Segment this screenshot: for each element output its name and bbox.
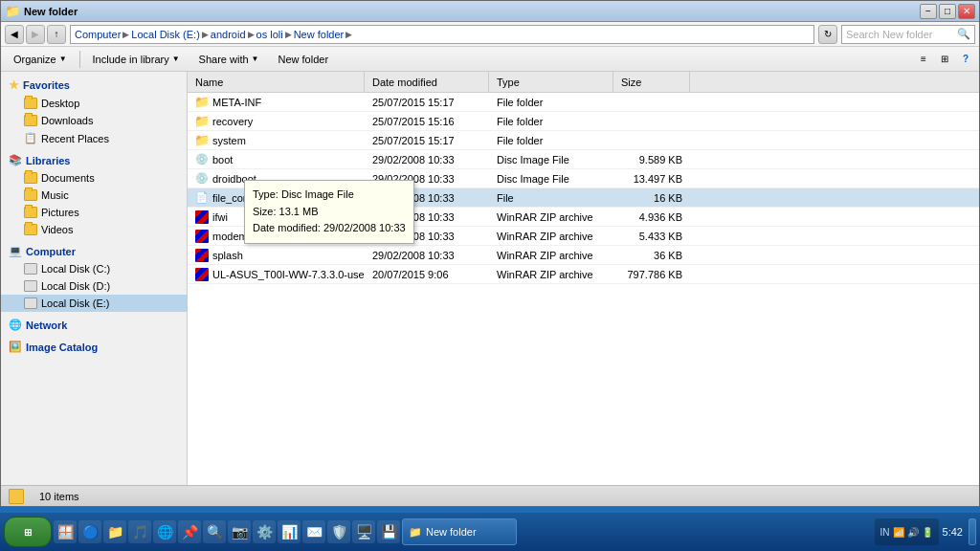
taskbar-file-explorer-launch[interactable]: 📁 [103, 520, 126, 543]
table-row[interactable]: UL-ASUS_T00I-WW-7.3.3.0-user 20/07/2015 … [188, 265, 979, 284]
clock-time: 5:42 [943, 525, 963, 539]
tooltip-date-value: 29/02/2008 10:33 [323, 222, 406, 233]
table-row[interactable]: 📁 system 25/07/2015 15:17 File folder [188, 131, 979, 150]
table-row[interactable]: 📁 META-INF 25/07/2015 15:17 File folder [188, 93, 979, 112]
refresh-button[interactable]: ↻ [818, 25, 837, 44]
file-name: splash [188, 249, 365, 262]
sidebar-item-e-drive[interactable]: Local Disk (E:) [1, 295, 187, 312]
view-details-button[interactable]: ≡ [914, 50, 933, 69]
back-button[interactable]: ◀ [5, 25, 24, 44]
taskbar-internet-explorer[interactable]: 🔵 [78, 520, 101, 543]
col-size-header[interactable]: Size [613, 72, 690, 92]
sidebar-item-downloads[interactable]: Downloads [1, 112, 187, 129]
path-new-folder[interactable]: New folder [294, 29, 345, 40]
search-box[interactable]: Search New folder 🔍 [841, 25, 975, 44]
file-name: 📁 recovery [188, 115, 365, 128]
col-name-label: Name [195, 77, 223, 88]
sidebar-item-d-drive[interactable]: Local Disk (D:) [1, 277, 187, 295]
libraries-icon: 📚 [9, 154, 22, 166]
help-button[interactable]: ? [956, 50, 975, 69]
include-library-button[interactable]: Include in library ▼ [84, 49, 189, 70]
sidebar-header-network[interactable]: 🌐 Network [1, 316, 187, 334]
search-icon[interactable]: 🔍 [957, 28, 970, 40]
taskbar-task-label: New folder [426, 526, 477, 538]
path-arrow-3: ▶ [248, 30, 255, 39]
file-size: 4.936 KB [613, 211, 690, 223]
close-button[interactable]: ✕ [958, 4, 975, 19]
share-label: Share with [199, 54, 249, 65]
c-drive-icon [24, 263, 37, 275]
taskbar-icon-9[interactable]: ✉️ [302, 520, 325, 543]
disc-icon: 💿 [195, 153, 209, 166]
zip-icon [195, 268, 209, 281]
forward-button[interactable]: ▶ [26, 25, 45, 44]
sidebar-item-recent[interactable]: 📋 Recent Places [1, 129, 187, 147]
volume-tray-icon: 🔊 [907, 527, 919, 538]
maximize-button[interactable]: □ [939, 4, 956, 19]
file-type: WinRAR ZIP archive [489, 269, 613, 280]
share-chevron: ▼ [252, 55, 259, 63]
taskbar-icon-11[interactable]: 🖥️ [352, 520, 375, 543]
organize-button[interactable]: Organize ▼ [5, 49, 76, 70]
path-android[interactable]: android [211, 29, 246, 40]
sidebar-header-image-catalog[interactable]: 🖼️ Image Catalog [1, 338, 187, 356]
sidebar-item-documents[interactable]: Documents [1, 169, 187, 187]
libraries-label: Libraries [26, 155, 70, 166]
taskbar-icon-5[interactable]: 🔍 [203, 520, 226, 543]
table-row[interactable]: splash 29/02/2008 10:33 WinRAR ZIP archi… [188, 246, 979, 265]
computer-icon: 💻 [9, 245, 22, 257]
address-path[interactable]: Computer ▶ Local Disk (E:) ▶ android ▶ o… [70, 25, 814, 44]
share-with-button[interactable]: Share with ▼ [190, 49, 268, 70]
sidebar-item-music[interactable]: Music [1, 187, 187, 204]
taskbar-explorer-task[interactable]: 📁 New folder [402, 518, 517, 545]
sidebar-header-favorites[interactable]: ★ Favorites [1, 76, 187, 95]
view-tiles-button[interactable]: ⊞ [935, 50, 954, 69]
path-os-loli[interactable]: os loli [256, 29, 283, 40]
explorer-window: 📁 New folder − □ ✕ ◀ ▶ ↑ Computer ▶ Loca… [0, 0, 980, 507]
e-drive-label: Local Disk (E:) [41, 298, 110, 309]
taskbar-icon-12[interactable]: 💾 [377, 520, 400, 543]
file-list-header: Name Date modified Type Size [188, 72, 979, 93]
sidebar-item-videos[interactable]: Videos [1, 221, 187, 238]
file-tooltip: Type: Disc Image File Size: 13.1 MB Date… [244, 180, 414, 244]
file-size: 13.497 KB [613, 173, 690, 185]
taskbar-clock[interactable]: 5:42 [943, 525, 963, 539]
music-folder-icon [24, 189, 37, 201]
taskbar-media-player[interactable]: 🎵 [128, 520, 151, 543]
disc-icon: 💿 [195, 172, 209, 186]
sidebar-item-c-drive[interactable]: Local Disk (C:) [1, 260, 187, 277]
taskbar-icon-8[interactable]: 📊 [278, 520, 301, 543]
path-localdisk-e[interactable]: Local Disk (E:) [131, 29, 200, 40]
taskbar-icon-10[interactable]: 🛡️ [327, 520, 350, 543]
taskbar-icon-4[interactable]: 📌 [178, 520, 201, 543]
file-date: 20/07/2015 9:06 [365, 269, 489, 280]
taskbar-icon-6[interactable]: 📷 [228, 520, 251, 543]
sidebar-header-computer[interactable]: 💻 Computer [1, 242, 187, 260]
taskbar-show-desktop[interactable]: 🪟 [54, 520, 77, 543]
up-button[interactable]: ↑ [47, 25, 66, 44]
new-folder-button[interactable]: New folder [269, 49, 337, 70]
col-date-header[interactable]: Date modified [365, 72, 489, 92]
sidebar-item-pictures[interactable]: Pictures [1, 204, 187, 221]
folder-icon: 📁 [195, 134, 209, 147]
window-controls: − □ ✕ [920, 4, 975, 19]
table-row[interactable]: 💿 boot 29/02/2008 10:33 Disc Image File … [188, 150, 979, 169]
status-count: 10 items [39, 491, 79, 502]
taskbar-icon-3[interactable]: 🌐 [153, 520, 176, 543]
sidebar-item-desktop[interactable]: Desktop [1, 95, 187, 112]
downloads-folder-icon [24, 115, 37, 126]
file-date: 25/07/2015 15:17 [365, 97, 489, 108]
pictures-folder-icon [24, 207, 37, 218]
col-name-header[interactable]: Name [188, 72, 365, 92]
col-type-header[interactable]: Type [489, 72, 613, 92]
start-button[interactable]: ⊞ [4, 517, 52, 547]
sidebar-header-libraries[interactable]: 📚 Libraries [1, 151, 187, 169]
table-row[interactable]: 📁 recovery 25/07/2015 15:16 File folder [188, 112, 979, 131]
sidebar-section-image-catalog: 🖼️ Image Catalog [1, 338, 187, 356]
show-desktop-button[interactable] [969, 518, 976, 545]
new-folder-label: New folder [278, 54, 328, 65]
path-computer[interactable]: Computer [75, 29, 121, 40]
taskbar-icon-7[interactable]: ⚙️ [253, 520, 276, 543]
path-arrow-4: ▶ [285, 30, 292, 39]
minimize-button[interactable]: − [920, 4, 937, 19]
